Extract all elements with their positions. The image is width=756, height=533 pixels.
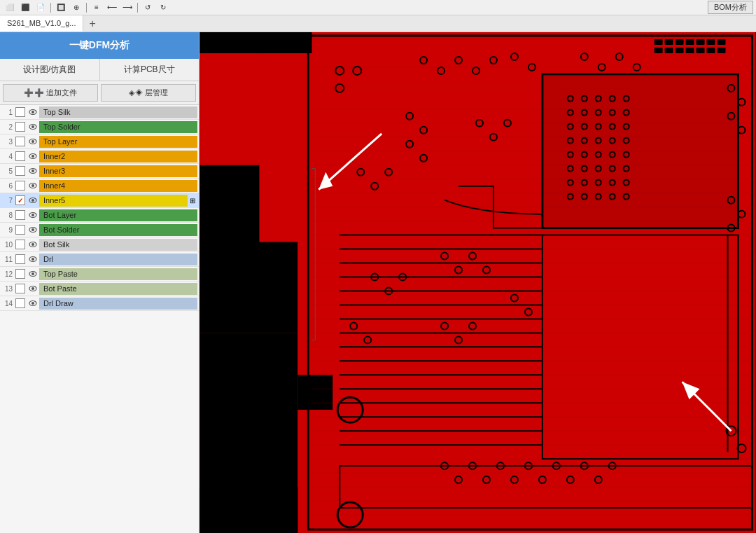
layer-checkbox[interactable] (15, 240, 25, 249)
layer-row[interactable]: 3Top Layer (0, 134, 199, 149)
toolbar-icon-7[interactable]: ⟵ (105, 1, 119, 14)
svg-rect-71 (676, 39, 684, 45)
toolbar-icon-1[interactable]: ⬜ (3, 1, 17, 14)
svg-rect-78 (676, 48, 684, 53)
layer-name: Top Paste (43, 270, 78, 278)
layer-row[interactable]: 12Top Paste (0, 267, 199, 282)
layer-checkbox[interactable] (15, 107, 25, 117)
toolbar-separator-3 (137, 3, 138, 13)
layer-color-bar: Top Paste (39, 268, 197, 280)
layer-eye-icon[interactable] (28, 284, 38, 293)
layer-eye-icon[interactable] (28, 269, 38, 279)
layer-number: 10 (1, 241, 14, 249)
layer-row[interactable]: 8Bot Layer (0, 208, 199, 223)
svg-rect-34 (200, 487, 298, 533)
toolbar-icon-5[interactable]: ⊕ (69, 1, 83, 14)
toolbar-icon-6[interactable]: ≡ (90, 1, 104, 14)
layer-row[interactable]: 5Inner3 (0, 164, 199, 179)
layer-checkbox[interactable] (15, 166, 25, 176)
layer-mgmt-button[interactable]: ◈ ◈ 层管理 (101, 84, 196, 102)
layer-row[interactable]: 13Bot Paste (0, 282, 199, 296)
layer-mgmt-label: ◈ 层管理 (135, 88, 168, 98)
layer-color-bar: Top Solder (39, 121, 197, 133)
toolbar-icon-9[interactable]: ↺ (141, 1, 155, 14)
layer-eye-icon[interactable] (28, 151, 38, 161)
layer-number: 12 (1, 270, 14, 278)
svg-rect-33 (298, 375, 332, 410)
toolbar-icon-8[interactable]: ⟶ (120, 1, 134, 14)
layer-checkbox[interactable] (15, 137, 25, 146)
layer-name: Inner3 (43, 167, 65, 175)
layer-checkbox[interactable] (15, 269, 25, 279)
layer-name: Bot Layer (43, 211, 76, 219)
layer-toolbar: ➕ ➕ 追加文件 ◈ ◈ 层管理 (0, 81, 199, 105)
layer-number: 14 (1, 300, 14, 307)
toolbar-icon-10[interactable]: ↻ (156, 1, 170, 14)
layer-row[interactable]: 6Inner4 (0, 179, 199, 193)
layer-color-bar: Bot Silk (39, 239, 197, 251)
layer-color-bar: Inner5 (39, 195, 188, 207)
layer-eye-icon[interactable] (28, 210, 38, 220)
svg-rect-80 (696, 48, 705, 53)
layer-row[interactable]: 1Top Silk (0, 105, 199, 120)
layer-row[interactable]: 9Bot Solder (0, 223, 199, 237)
layer-row[interactable]: 2Top Solder (0, 120, 199, 134)
layer-expand-icon[interactable]: ⊞ (188, 197, 197, 205)
toolbar-icon-2[interactable]: ⬛ (18, 1, 32, 14)
svg-rect-74 (707, 39, 715, 45)
svg-rect-79 (686, 48, 694, 53)
layer-name: Bot Paste (43, 284, 77, 293)
layer-row[interactable]: 4Inner2 (0, 149, 199, 164)
layer-name: Inner2 (43, 152, 65, 160)
svg-rect-77 (665, 48, 673, 53)
add-file-icon: ➕ (24, 88, 34, 97)
layer-number: 9 (1, 226, 14, 234)
layer-number: 13 (1, 285, 14, 293)
layer-eye-icon[interactable] (28, 181, 38, 191)
layer-eye-icon[interactable] (28, 254, 38, 264)
layer-checkbox[interactable] (15, 225, 25, 235)
layer-row[interactable]: 10Bot Silk (0, 237, 199, 252)
design-sim-button[interactable]: 设计图/仿真图 (0, 59, 100, 81)
add-file-button[interactable]: ➕ ➕ 追加文件 (3, 84, 98, 102)
tab-add-button[interactable]: + (83, 15, 101, 32)
layer-checkbox[interactable] (15, 210, 25, 220)
layer-eye-icon[interactable] (28, 166, 38, 176)
layer-eye-icon[interactable] (28, 225, 38, 235)
layer-checkbox[interactable] (15, 151, 25, 161)
layer-checkbox[interactable] (15, 181, 25, 191)
toolbar-icon-3[interactable]: 📄 (34, 1, 48, 14)
layer-color-bar: Top Layer (39, 136, 197, 148)
svg-point-5 (31, 140, 34, 143)
layer-checkbox[interactable] (15, 298, 25, 308)
layer-row[interactable]: 7✓Inner5⊞ (0, 193, 199, 208)
calc-pcb-button[interactable]: 计算PCB尺寸 (100, 59, 200, 81)
toolbar-icon-4[interactable]: 🔲 (54, 1, 68, 14)
layer-eye-icon[interactable] (28, 298, 38, 308)
svg-point-1 (31, 111, 34, 113)
action-buttons: 设计图/仿真图 计算PCB尺寸 (0, 59, 199, 81)
layer-row[interactable]: 11Drl (0, 252, 199, 267)
tab-main[interactable]: S261_MB_V1.0_g... (0, 15, 83, 32)
layer-checkbox[interactable] (15, 254, 25, 264)
svg-point-7 (31, 155, 34, 158)
layer-eye-icon[interactable] (28, 195, 38, 205)
layer-row[interactable]: 14Drl Draw (0, 296, 199, 311)
layer-eye-icon[interactable] (28, 107, 38, 117)
layer-eye-icon[interactable] (28, 122, 38, 132)
layer-number: 6 (1, 182, 14, 190)
svg-rect-29 (200, 32, 312, 53)
svg-rect-69 (654, 39, 663, 45)
layer-eye-icon[interactable] (28, 240, 38, 249)
layer-eye-icon[interactable] (28, 137, 38, 146)
pcb-svg: ✕ (200, 32, 756, 533)
layer-name: Top Layer (43, 137, 77, 146)
layer-checkbox[interactable] (15, 122, 25, 132)
tabbar: S261_MB_V1.0_g... + (0, 15, 756, 32)
layer-number: 5 (1, 167, 14, 175)
bom-button[interactable]: BOM分析 (708, 1, 753, 14)
pcb-canvas[interactable]: ✕ (200, 32, 756, 533)
layer-checkbox[interactable] (15, 284, 25, 293)
layer-number: 4 (1, 153, 14, 160)
layer-checkbox[interactable]: ✓ (15, 195, 25, 205)
